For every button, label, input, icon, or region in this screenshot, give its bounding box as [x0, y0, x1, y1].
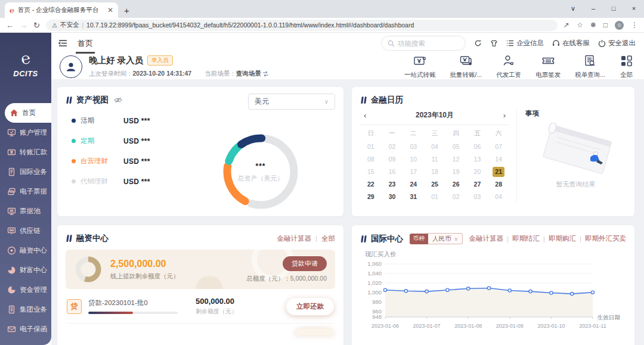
calendar-day[interactable]: 15 [360, 167, 382, 177]
calendar-day[interactable]: 11 [424, 154, 445, 164]
loan-apply-button[interactable]: 贷款申请 [283, 256, 327, 271]
quick-action-代发工资[interactable]: 代发工资 [496, 54, 521, 79]
calendar-day[interactable]: 02 [445, 192, 467, 202]
extensions-icon[interactable]: ❅ [590, 21, 596, 29]
calendar-day[interactable]: 18 [424, 167, 445, 177]
bookmark-star-icon[interactable]: ☆ [577, 21, 583, 29]
all-link[interactable]: 全部 [321, 234, 335, 243]
sidebar-item-集团业务[interactable]: 集团业务 [0, 300, 51, 319]
calendar-day-today[interactable]: 21 [493, 167, 504, 177]
browser-tab[interactable]: ℮ 首页 - 企业综合金融服务平台 ✕ [5, 2, 118, 18]
quick-action-电票签发[interactable]: 电票签发 [535, 54, 561, 79]
currency-type-select[interactable]: 币种 人民币∨ [410, 233, 463, 244]
calendar-day[interactable]: 03 [402, 142, 424, 152]
calendar-day[interactable]: 19 [445, 167, 467, 177]
sidebar-item-账户管理[interactable]: 账户管理 [0, 123, 51, 142]
collapse-sidebar-icon[interactable] [58, 39, 67, 48]
calendar-day[interactable]: 02 [382, 142, 403, 152]
page-tab-home[interactable]: 首页 [76, 33, 95, 54]
sidebar-item-国际业务[interactable]: 国际业务 [0, 162, 51, 182]
calendar-day[interactable]: 25 [424, 179, 445, 189]
window-minimize-icon[interactable]: – [583, 0, 603, 17]
sidebar-item-电子票据[interactable]: 电子票据 [0, 182, 51, 201]
calendar-day[interactable]: 31 [402, 192, 424, 202]
next-month-icon[interactable]: › [496, 111, 506, 120]
finance-calculator-link[interactable]: 金融计算器 [277, 234, 312, 243]
repay-now-button[interactable]: 立即还款 [286, 298, 334, 315]
calendar-day[interactable]: 04 [488, 192, 509, 202]
calendar-day[interactable]: 28 [488, 179, 509, 189]
calendar-day[interactable]: 05 [445, 142, 467, 152]
toggle-visibility-eye-icon[interactable] [114, 97, 122, 104]
currency-select[interactable]: 美元 ∨ [248, 94, 335, 110]
sidebar-item-转账汇款[interactable]: 转账汇款 [0, 142, 51, 162]
browser-menu-icon[interactable]: ⋮ [631, 21, 638, 29]
sidebar-item-票据池[interactable]: 票据池 [0, 201, 51, 221]
quick-action-税单查询...[interactable]: 税单查询... [575, 54, 605, 79]
intl-link-即期结汇[interactable]: 即期结汇 [512, 234, 540, 243]
theme-shirt-icon[interactable] [490, 39, 498, 47]
window-close-icon[interactable]: × [624, 0, 644, 17]
calendar-day[interactable]: 20 [467, 167, 488, 177]
calendar-day[interactable]: 24 [402, 179, 424, 189]
legend-label: 自营理财 [80, 157, 123, 166]
calendar-day[interactable]: 23 [382, 179, 403, 189]
function-search[interactable] [381, 36, 466, 51]
calendar-day[interactable]: 16 [382, 167, 403, 177]
enterprise-info-link[interactable]: 企业信息 [506, 39, 544, 48]
window-menu-chevron-icon[interactable]: ∨ [563, 0, 583, 17]
calendar-day[interactable]: 22 [360, 179, 382, 189]
calendar-day[interactable]: 09 [382, 154, 403, 164]
sidebar-item-电子保函[interactable]: 电子保函 [0, 319, 51, 339]
switch-scene-icon[interactable] [262, 71, 269, 77]
calendar-day[interactable]: 17 [402, 167, 424, 177]
quick-action-批量转账/...[interactable]: 批量转账/... [450, 54, 482, 79]
side-panel-icon[interactable]: □ [603, 21, 608, 29]
quick-action-全部[interactable]: 全部 [620, 54, 633, 79]
calendar-day[interactable]: 03 [467, 192, 488, 202]
refresh-icon[interactable] [474, 39, 482, 47]
forward-icon[interactable]: → [20, 21, 27, 30]
reload-icon[interactable]: ↻ [33, 21, 40, 30]
tab-close-icon[interactable]: ✕ [107, 6, 113, 14]
calendar-day[interactable]: 27 [467, 179, 488, 189]
calendar-day[interactable]: 14 [488, 154, 509, 164]
window-maximize-icon[interactable]: □ [603, 0, 624, 17]
calendar-day[interactable]: 06 [467, 142, 488, 152]
calendar-day[interactable]: 01 [424, 192, 445, 202]
intl-link-即期外汇买卖[interactable]: 即期外汇买卖 [585, 234, 626, 243]
quick-action-一站式转账[interactable]: 一站式转账 [404, 54, 436, 79]
calendar-day[interactable]: 04 [424, 142, 445, 152]
calendar-day[interactable]: 30 [382, 192, 403, 202]
sidebar-item-首页[interactable]: 首页 [5, 103, 51, 123]
new-tab-button[interactable]: + [124, 5, 129, 15]
legend-label: 定期 [80, 136, 123, 145]
share-icon[interactable]: ↗ [564, 21, 569, 29]
search-input[interactable] [398, 40, 457, 47]
calendar-day[interactable]: 07 [488, 142, 509, 152]
sidebar-item-供应链[interactable]: 供应链 [0, 221, 51, 241]
sidebar-item-财富中心[interactable]: 财富中心 [0, 260, 51, 280]
calendar-day[interactable]: 01 [360, 142, 382, 152]
secure-logout-link[interactable]: 安全退出 [598, 39, 636, 48]
calendar-day[interactable]: 29 [360, 192, 382, 202]
calendar-day[interactable]: 13 [467, 154, 488, 164]
back-icon[interactable]: ← [6, 21, 14, 30]
calendar-day[interactable]: 12 [445, 154, 467, 164]
sidebar-item-label: 融资中心 [20, 246, 47, 255]
browser-profile-icon[interactable]: ☺ [615, 21, 624, 30]
current-scene[interactable]: 当前场景：查询场景 [205, 70, 269, 78]
sidebar-item-资金管理[interactable]: 资金管理 [0, 280, 51, 300]
calendar-day[interactable]: 26 [445, 179, 467, 189]
weekday-label: 二 [402, 129, 424, 139]
prev-month-icon[interactable]: ‹ [364, 111, 373, 120]
calendar-day[interactable]: 10 [402, 154, 424, 164]
sidebar-item-融资中心[interactable]: 融资中心 [0, 241, 51, 260]
online-service-link[interactable]: 在线客服 [552, 39, 590, 48]
intl-link-金融计算器[interactable]: 金融计算器 [469, 234, 504, 243]
address-bar[interactable]: ⚠ 不安全 | 10.7.19.22:8999/fpaas_bucket/941… [46, 20, 558, 31]
intl-link-即期购汇[interactable]: 即期购汇 [549, 234, 576, 243]
supply-chain-icon [7, 226, 16, 235]
calendar-day[interactable]: 08 [360, 154, 382, 164]
sidebar-item-label: 供应链 [20, 226, 41, 235]
